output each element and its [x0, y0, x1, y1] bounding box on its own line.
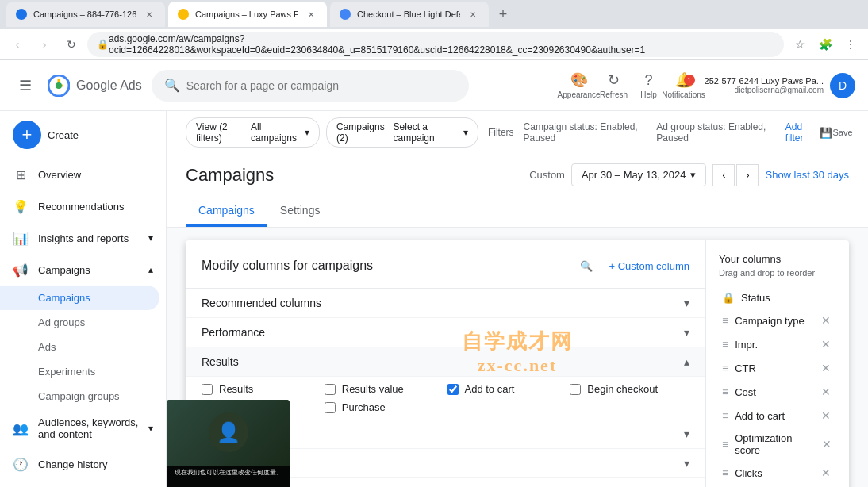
tab-3-label: Checkout – Blue Light Defe... [357, 10, 460, 19]
menu-icon[interactable]: ⋮ [839, 33, 862, 56]
refresh-button[interactable]: ↻ Refresh [600, 71, 628, 100]
columns-right: Your columns Drag and drop to reorder 🔒 … [706, 240, 849, 487]
show-last-button[interactable]: Show last 30 days [765, 169, 849, 181]
columns-search-button[interactable]: 🔍 [574, 253, 599, 278]
performance-section-label: Performance [202, 326, 265, 339]
column-row-impr[interactable]: ≡ Impr. ✕ [719, 332, 836, 356]
checkbox-purchase[interactable]: Purchase [325, 401, 444, 413]
section-recommended[interactable]: Recommended columns ▾ [186, 289, 705, 318]
tab-3-close[interactable]: ✕ [467, 8, 479, 21]
checkbox-results-value-label: Results value [342, 383, 404, 395]
checkbox-add-to-cart[interactable]: Add to cart [447, 383, 567, 395]
back-button[interactable]: ‹ [6, 33, 29, 56]
drag-handle-ctr[interactable]: ≡ [722, 362, 728, 374]
forward-button[interactable]: › [33, 33, 56, 56]
remove-campaign-type[interactable]: ✕ [819, 313, 833, 328]
your-columns-title: Your columns [719, 253, 836, 265]
column-row-ctr[interactable]: ≡ CTR ✕ [719, 356, 836, 380]
drag-handle-cost[interactable]: ≡ [722, 385, 728, 398]
tab-2[interactable]: Campaigns – Luxy Paws Pa... ✕ [168, 2, 327, 27]
sidebar-item-campaign-groups[interactable]: Campaign groups [0, 384, 166, 408]
column-row-add-to-cart[interactable]: ≡ Add to cart ✕ [719, 404, 836, 428]
audiences-icon: 👥 [13, 420, 29, 436]
drag-handle-optimization-score[interactable]: ≡ [722, 438, 728, 451]
user-avatar[interactable]: D [830, 73, 855, 98]
date-navigation: ‹ › [712, 164, 759, 186]
checkbox-results-value-input[interactable] [325, 384, 336, 395]
refresh-button[interactable]: ↻ [60, 33, 83, 56]
sidebar-item-overview[interactable]: ⊞ Overview [0, 159, 166, 190]
sidebar-item-experiments[interactable]: Experiments [0, 359, 166, 384]
help-button[interactable]: ? Help [635, 71, 663, 100]
checkbox-results-value[interactable]: Results value [325, 383, 444, 395]
tab-3[interactable]: Checkout – Blue Light Defe... ✕ [330, 2, 489, 27]
sidebar-item-insights[interactable]: 📊 Insights and reports ▾ [0, 222, 166, 254]
checkbox-add-to-cart-input[interactable] [447, 384, 459, 395]
campaign-filter-chip[interactable]: Campaigns (2) Select a campaign ▾ [326, 117, 478, 148]
drag-handle-impr[interactable]: ≡ [722, 338, 728, 351]
drag-handle-add-to-cart[interactable]: ≡ [722, 409, 728, 422]
section-results[interactable]: Results ▴ [186, 347, 705, 377]
sidebar-item-goals[interactable]: 🎯 Goals [0, 480, 166, 487]
extensions-icon[interactable]: 🧩 [814, 33, 836, 56]
filters-label: Filters [485, 127, 517, 138]
column-label-cost: Cost [735, 386, 756, 398]
column-row-clicks[interactable]: ≡ Clicks ✕ [719, 461, 836, 485]
date-range-button[interactable]: Apr 30 – May 13, 2024 ▾ [571, 163, 707, 186]
bookmark-icon[interactable]: ☆ [789, 33, 811, 56]
tab-1[interactable]: Campaigns – 884-776-126... ✕ [6, 2, 165, 27]
notifications-button[interactable]: 🔔 1 Notifications [670, 71, 698, 100]
url-bar[interactable]: 🔒 ads.google.com/aw/campaigns?ocid=12664… [87, 32, 784, 57]
column-row-optimization-score[interactable]: ≡ Optimization score ✕ [719, 428, 836, 461]
column-row-campaign-type[interactable]: ≡ Campaign type ✕ [719, 309, 836, 332]
add-filter-button[interactable]: Add filter [785, 121, 817, 144]
appearance-button[interactable]: 🎨 Appearance [565, 71, 593, 100]
remove-clicks[interactable]: ✕ [819, 466, 833, 480]
save-button[interactable]: 💾 Save [824, 120, 849, 145]
create-plus-icon: + [13, 121, 41, 149]
search-input[interactable] [186, 79, 456, 92]
sidebar-item-ad-groups[interactable]: Ad groups [0, 310, 166, 335]
change-history-icon: 🕐 [13, 456, 29, 472]
tab-1-close[interactable]: ✕ [143, 8, 156, 21]
checkbox-purchase-input[interactable] [325, 402, 336, 413]
remove-ctr[interactable]: ✕ [819, 361, 833, 375]
remove-cost[interactable]: ✕ [819, 385, 833, 399]
sidebar-item-ads[interactable]: Ads [0, 335, 166, 359]
view-filter-chip[interactable]: View (2 filters) All campaigns ▾ [186, 117, 320, 148]
overview-icon: ⊞ [13, 167, 29, 182]
checkbox-results[interactable]: Results [202, 383, 321, 395]
sidebar-item-campaigns[interactable]: Campaigns [0, 286, 159, 310]
tab-campaigns[interactable]: Campaigns [186, 196, 267, 227]
hamburger-menu[interactable]: ☰ [13, 73, 38, 98]
section-performance[interactable]: Performance ▾ [186, 318, 705, 347]
drag-handle-clicks[interactable]: ≡ [722, 466, 728, 479]
tab-3-favicon [340, 9, 351, 20]
video-overlay: 👤 现在我们也可以在这里改变任何度量。 [167, 400, 290, 487]
column-row-status[interactable]: 🔒 Status [719, 287, 836, 309]
sidebar-item-change-history[interactable]: 🕐 Change history [0, 448, 166, 480]
tab-settings[interactable]: Settings [267, 196, 333, 227]
search-bar[interactable]: 🔍 [152, 70, 469, 102]
results-section-label: Results [202, 355, 239, 368]
date-prev-button[interactable]: ‹ [712, 164, 735, 186]
remove-optimization-score[interactable]: ✕ [820, 437, 833, 451]
sidebar-item-campaigns-parent[interactable]: 📢 Campaigns ▴ [0, 254, 166, 286]
tab-2-close[interactable]: ✕ [305, 8, 317, 21]
checkbox-results-input[interactable] [202, 384, 213, 395]
attribution-chevron: ▾ [684, 457, 689, 470]
column-row-cost[interactable]: ≡ Cost ✕ [719, 380, 836, 404]
recommendations-label: Recommendations [38, 201, 124, 213]
date-next-button[interactable]: › [736, 164, 759, 186]
new-tab-button[interactable]: + [492, 3, 514, 25]
sidebar-item-recommendations[interactable]: 💡 Recommendations [0, 190, 166, 222]
create-button[interactable]: + Create [0, 111, 166, 159]
checkbox-begin-checkout-input[interactable] [570, 384, 581, 395]
custom-column-button[interactable]: + Custom column [609, 260, 689, 272]
drag-handle-campaign-type[interactable]: ≡ [722, 314, 728, 327]
checkbox-begin-checkout[interactable]: Begin checkout [570, 383, 689, 395]
remove-add-to-cart[interactable]: ✕ [819, 408, 833, 423]
sidebar-item-audiences[interactable]: 👥 Audiences, keywords, and content ▾ [0, 408, 166, 448]
remove-impr[interactable]: ✕ [819, 337, 833, 351]
overview-label: Overview [38, 169, 81, 181]
